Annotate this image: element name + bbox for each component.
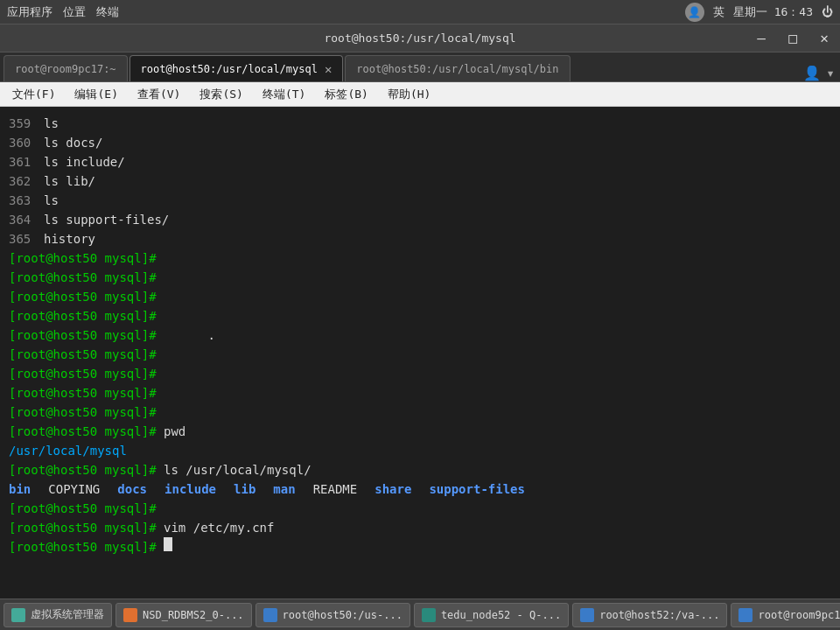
tab-bar: root@room9pc17:~ root@host50:/usr/local/… xyxy=(0,52,840,82)
minimize-button[interactable]: — xyxy=(746,24,777,52)
taskbar-label-2: root@host50:/us-... xyxy=(283,609,402,621)
taskbar-label-3: tedu_node52 - Q-... xyxy=(441,609,561,621)
history-365: 365 history xyxy=(9,229,831,248)
empty-prompt-3: [root@host50 mysql]# xyxy=(9,287,831,306)
tab-0-label: root@room9pc17:~ xyxy=(15,63,116,75)
tab-2-label: root@host50:/usr/local/mysql/bin xyxy=(356,63,558,75)
empty-prompt-5-dot: [root@host50 mysql]# . xyxy=(9,326,831,345)
ls-command-line: [root@host50 mysql]# ls /usr/local/mysql… xyxy=(9,460,831,480)
ls-item-copying: COPYING xyxy=(48,480,100,499)
taskbar-label-4: root@host52:/va-... xyxy=(599,609,719,621)
taskbar-item-1[interactable]: NSD_RDBMS2_0-... xyxy=(116,603,252,627)
menu-terminal[interactable]: 终端(T) xyxy=(254,85,314,104)
ls-item-lib: lib xyxy=(234,480,256,499)
terminal-menu[interactable]: 终端 xyxy=(96,4,119,20)
avatar: 👤 xyxy=(685,3,704,22)
pwd-command-line: [root@host50 mysql]# pwd xyxy=(9,422,831,441)
empty-prompt-7: [root@host50 mysql]# xyxy=(9,364,831,383)
empty-prompt-4: [root@host50 mysql]# xyxy=(9,306,831,326)
terminal[interactable]: 359 ls 360 ls docs/ 361 ls include/ 362 … xyxy=(0,107,840,598)
ls-item-bin: bin xyxy=(9,480,31,499)
ls-item-readme: README xyxy=(313,480,358,499)
history-359: 359 ls xyxy=(9,114,831,133)
taskbar-icon-3 xyxy=(422,608,436,622)
menu-bar: 文件(F) 编辑(E) 查看(V) 搜索(S) 终端(T) 标签(B) 帮助(H… xyxy=(0,82,840,107)
tab-2[interactable]: root@host50:/usr/local/mysql/bin xyxy=(345,55,570,81)
system-bar-right: 👤 英 星期一 16：43 ⏻ xyxy=(685,3,833,22)
app-menu[interactable]: 应用程序 xyxy=(7,4,52,20)
taskbar-label-0: 虚拟系统管理器 xyxy=(31,607,104,622)
empty-prompt-6: [root@host50 mysql]# xyxy=(9,345,831,364)
system-bar-left: 应用程序 位置 终端 xyxy=(7,4,119,20)
menu-edit[interactable]: 编辑(E) xyxy=(66,85,126,104)
taskbar-label-1: NSD_RDBMS2_0-... xyxy=(143,609,244,621)
tab-1-label: root@host50:/usr/local/mysql xyxy=(141,63,318,75)
after-ls-prompt: [root@host50 mysql]# xyxy=(9,499,831,518)
history-361: 361 ls include/ xyxy=(9,152,831,172)
empty-prompt-9: [root@host50 mysql]# xyxy=(9,402,831,422)
system-bar: 应用程序 位置 终端 👤 英 星期一 16：43 ⏻ xyxy=(0,0,840,24)
vim-command-line: [root@host50 mysql]# vim /etc/my.cnf xyxy=(9,518,831,537)
history-364: 364 ls support-files/ xyxy=(9,210,831,229)
taskbar-label-5: root@room9pc1-... xyxy=(758,609,840,621)
window-chrome: root@host50:/usr/local/mysql — □ ✕ xyxy=(0,24,840,52)
taskbar-icon-2 xyxy=(263,608,277,622)
ls-item-man: man xyxy=(273,480,295,499)
tab-0[interactable]: root@room9pc17:~ xyxy=(4,55,128,81)
datetime: 星期一 16：43 xyxy=(733,4,813,20)
ls-item-docs: docs xyxy=(117,480,147,499)
ls-item-share: share xyxy=(374,480,411,499)
tab-1-close[interactable]: ✕ xyxy=(325,63,332,75)
taskbar-icon-1 xyxy=(123,608,137,622)
last-prompt-line[interactable]: [root@host50 mysql]# xyxy=(9,537,831,556)
pwd-output-line: /usr/local/mysql xyxy=(9,441,831,460)
tab-dropdown-icon[interactable]: ▾ xyxy=(826,65,835,81)
empty-prompt-2: [root@host50 mysql]# xyxy=(9,268,831,287)
menu-file[interactable]: 文件(F) xyxy=(4,85,64,104)
window-controls: — □ ✕ xyxy=(746,24,840,52)
tab-bar-extra: 👤 ▾ xyxy=(798,65,840,81)
menu-view[interactable]: 查看(V) xyxy=(129,85,189,104)
menu-help[interactable]: 帮助(H) xyxy=(379,85,439,104)
taskbar-item-5[interactable]: root@room9pc1-... xyxy=(731,603,840,627)
ls-item-support-files: support-files xyxy=(429,480,525,499)
language-indicator: 英 xyxy=(713,4,724,20)
taskbar: 虚拟系统管理器 NSD_RDBMS2_0-... root@host50:/us… xyxy=(0,598,840,630)
menu-search[interactable]: 搜索(S) xyxy=(191,85,251,104)
empty-prompt-1: [root@host50 mysql]# xyxy=(9,248,831,268)
tab-1[interactable]: root@host50:/usr/local/mysql ✕ xyxy=(130,55,344,81)
history-362: 362 ls lib/ xyxy=(9,172,831,191)
ls-item-include: include xyxy=(164,480,216,499)
empty-prompt-8: [root@host50 mysql]# xyxy=(9,383,831,402)
taskbar-item-0[interactable]: 虚拟系统管理器 xyxy=(4,603,112,627)
taskbar-icon-4 xyxy=(580,608,594,622)
ls-output-line: bin COPYING docs include lib man README … xyxy=(9,480,831,499)
taskbar-item-4[interactable]: root@host52:/va-... xyxy=(572,603,727,627)
location-menu[interactable]: 位置 xyxy=(63,4,86,20)
taskbar-item-3[interactable]: tedu_node52 - Q-... xyxy=(414,603,569,627)
maximize-button[interactable]: □ xyxy=(777,24,808,52)
history-363: 363 ls xyxy=(9,191,831,210)
menu-tabs[interactable]: 标签(B) xyxy=(316,85,376,104)
taskbar-icon-0 xyxy=(11,608,25,622)
new-tab-icon[interactable]: 👤 xyxy=(803,65,821,81)
taskbar-icon-5 xyxy=(738,608,752,622)
window-title: root@host50:/usr/local/mysql xyxy=(324,32,515,45)
cursor xyxy=(164,537,172,551)
close-button[interactable]: ✕ xyxy=(808,24,840,52)
power-icon[interactable]: ⏻ xyxy=(822,5,833,18)
history-360: 360 ls docs/ xyxy=(9,133,831,152)
taskbar-item-2[interactable]: root@host50:/us-... xyxy=(256,603,410,627)
